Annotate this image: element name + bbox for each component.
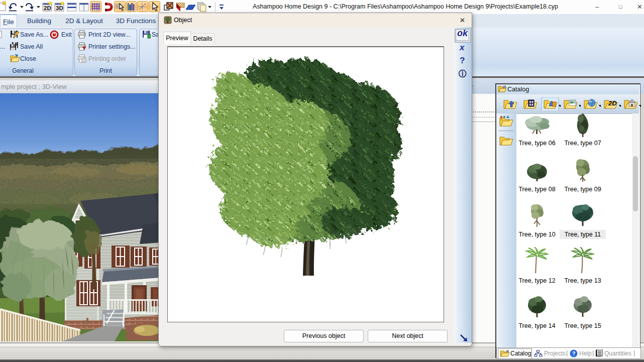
svg-text:?: ? [572, 350, 576, 356]
svg-text:2D: 2D [44, 5, 51, 11]
svg-text:2D: 2D [608, 99, 617, 107]
svg-text:3D: 3D [56, 5, 63, 11]
